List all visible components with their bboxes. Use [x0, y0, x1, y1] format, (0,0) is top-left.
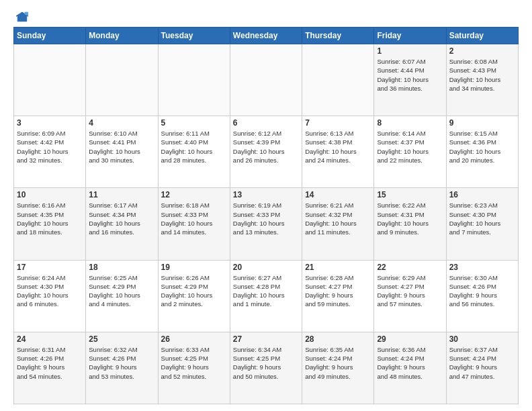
calendar-cell: 2Sunrise: 6:08 AM Sunset: 4:43 PM Daylig…: [446, 44, 518, 116]
day-number: 19: [161, 263, 227, 272]
day-info: Sunrise: 6:31 AM Sunset: 4:26 PM Dayligh…: [17, 345, 83, 381]
calendar-cell: 26Sunrise: 6:33 AM Sunset: 4:25 PM Dayli…: [158, 332, 230, 404]
day-info: Sunrise: 6:09 AM Sunset: 4:42 PM Dayligh…: [17, 129, 83, 165]
day-info: Sunrise: 6:13 AM Sunset: 4:38 PM Dayligh…: [305, 129, 371, 165]
calendar-week-1: 1Sunrise: 6:07 AM Sunset: 4:44 PM Daylig…: [14, 44, 519, 116]
day-info: Sunrise: 6:15 AM Sunset: 4:36 PM Dayligh…: [449, 129, 515, 165]
calendar-cell: 20Sunrise: 6:27 AM Sunset: 4:28 PM Dayli…: [230, 260, 302, 332]
day-info: Sunrise: 6:11 AM Sunset: 4:40 PM Dayligh…: [161, 129, 227, 165]
calendar-cell: [158, 44, 230, 116]
day-number: 29: [377, 334, 443, 344]
calendar-cell: 18Sunrise: 6:25 AM Sunset: 4:29 PM Dayli…: [86, 260, 158, 332]
calendar-cell: 13Sunrise: 6:19 AM Sunset: 4:33 PM Dayli…: [230, 188, 302, 260]
day-info: Sunrise: 6:25 AM Sunset: 4:29 PM Dayligh…: [89, 273, 154, 309]
calendar-cell: 10Sunrise: 6:16 AM Sunset: 4:35 PM Dayli…: [14, 188, 86, 260]
day-info: Sunrise: 6:29 AM Sunset: 4:27 PM Dayligh…: [377, 273, 443, 309]
day-number: 17: [17, 263, 83, 272]
calendar-cell: 21Sunrise: 6:28 AM Sunset: 4:27 PM Dayli…: [302, 260, 374, 332]
calendar-cell: 7Sunrise: 6:13 AM Sunset: 4:38 PM Daylig…: [302, 116, 374, 188]
calendar-cell: 3Sunrise: 6:09 AM Sunset: 4:42 PM Daylig…: [14, 116, 86, 188]
day-info: Sunrise: 6:35 AM Sunset: 4:24 PM Dayligh…: [305, 345, 371, 381]
day-info: Sunrise: 6:10 AM Sunset: 4:41 PM Dayligh…: [89, 129, 154, 165]
calendar-cell: 11Sunrise: 6:17 AM Sunset: 4:34 PM Dayli…: [86, 188, 158, 260]
day-number: 14: [305, 190, 371, 199]
calendar-cell: 30Sunrise: 6:37 AM Sunset: 4:24 PM Dayli…: [446, 332, 518, 404]
day-info: Sunrise: 6:18 AM Sunset: 4:33 PM Dayligh…: [161, 201, 227, 236]
weekday-header-friday: Friday: [374, 28, 446, 44]
day-number: 16: [449, 190, 515, 199]
day-info: Sunrise: 6:30 AM Sunset: 4:26 PM Dayligh…: [449, 273, 515, 309]
calendar-cell: 6Sunrise: 6:12 AM Sunset: 4:39 PM Daylig…: [230, 116, 302, 188]
calendar-cell: [86, 44, 158, 116]
day-number: 9: [449, 118, 515, 128]
day-number: 8: [377, 118, 443, 128]
day-info: Sunrise: 6:28 AM Sunset: 4:27 PM Dayligh…: [305, 273, 371, 309]
day-info: Sunrise: 6:26 AM Sunset: 4:29 PM Dayligh…: [161, 273, 227, 309]
day-info: Sunrise: 6:36 AM Sunset: 4:24 PM Dayligh…: [377, 345, 443, 381]
day-info: Sunrise: 6:12 AM Sunset: 4:39 PM Dayligh…: [233, 129, 299, 165]
day-number: 18: [89, 263, 154, 272]
day-number: 26: [161, 334, 227, 344]
day-number: 21: [305, 263, 371, 272]
calendar-cell: 1Sunrise: 6:07 AM Sunset: 4:44 PM Daylig…: [374, 44, 446, 116]
weekday-header-sunday: Sunday: [14, 28, 86, 44]
calendar-cell: 15Sunrise: 6:22 AM Sunset: 4:31 PM Dayli…: [374, 188, 446, 260]
day-number: 24: [17, 334, 83, 344]
day-number: 30: [449, 334, 515, 344]
day-number: 4: [89, 118, 154, 128]
day-number: 25: [89, 334, 154, 344]
calendar-cell: [230, 44, 302, 116]
day-info: Sunrise: 6:17 AM Sunset: 4:34 PM Dayligh…: [89, 201, 154, 236]
calendar-table: SundayMondayTuesdayWednesdayThursdayFrid…: [13, 27, 519, 404]
day-number: 12: [161, 190, 227, 199]
calendar-cell: 22Sunrise: 6:29 AM Sunset: 4:27 PM Dayli…: [374, 260, 446, 332]
page: SundayMondayTuesdayWednesdayThursdayFrid…: [0, 0, 532, 411]
calendar-cell: 19Sunrise: 6:26 AM Sunset: 4:29 PM Dayli…: [158, 260, 230, 332]
calendar-cell: 29Sunrise: 6:36 AM Sunset: 4:24 PM Dayli…: [374, 332, 446, 404]
day-number: 28: [305, 334, 371, 344]
weekday-header-tuesday: Tuesday: [158, 28, 230, 44]
day-number: 11: [89, 190, 154, 199]
calendar-cell: 23Sunrise: 6:30 AM Sunset: 4:26 PM Dayli…: [446, 260, 518, 332]
calendar-cell: 28Sunrise: 6:35 AM Sunset: 4:24 PM Dayli…: [302, 332, 374, 404]
header: [13, 11, 519, 23]
day-number: 3: [17, 118, 83, 128]
day-info: Sunrise: 6:22 AM Sunset: 4:31 PM Dayligh…: [377, 201, 443, 236]
calendar-cell: 12Sunrise: 6:18 AM Sunset: 4:33 PM Dayli…: [158, 188, 230, 260]
calendar-cell: [14, 44, 86, 116]
calendar-cell: 27Sunrise: 6:34 AM Sunset: 4:25 PM Dayli…: [230, 332, 302, 404]
day-info: Sunrise: 6:07 AM Sunset: 4:44 PM Dayligh…: [377, 57, 443, 93]
day-number: 10: [17, 190, 83, 199]
day-number: 23: [449, 263, 515, 272]
calendar-cell: 4Sunrise: 6:10 AM Sunset: 4:41 PM Daylig…: [86, 116, 158, 188]
weekday-header-thursday: Thursday: [302, 28, 374, 44]
calendar-cell: 24Sunrise: 6:31 AM Sunset: 4:26 PM Dayli…: [14, 332, 86, 404]
day-number: 27: [233, 334, 299, 344]
day-info: Sunrise: 6:19 AM Sunset: 4:33 PM Dayligh…: [233, 201, 299, 236]
day-info: Sunrise: 6:37 AM Sunset: 4:24 PM Dayligh…: [449, 345, 515, 381]
day-info: Sunrise: 6:32 AM Sunset: 4:26 PM Dayligh…: [89, 345, 154, 381]
day-number: 20: [233, 263, 299, 272]
calendar-cell: 25Sunrise: 6:32 AM Sunset: 4:26 PM Dayli…: [86, 332, 158, 404]
day-number: 15: [377, 190, 443, 199]
day-number: 6: [233, 118, 299, 128]
calendar-cell: [302, 44, 374, 116]
calendar-cell: 16Sunrise: 6:23 AM Sunset: 4:30 PM Dayli…: [446, 188, 518, 260]
day-info: Sunrise: 6:23 AM Sunset: 4:30 PM Dayligh…: [449, 201, 515, 236]
day-number: 7: [305, 118, 371, 128]
day-info: Sunrise: 6:21 AM Sunset: 4:32 PM Dayligh…: [305, 201, 371, 236]
day-info: Sunrise: 6:16 AM Sunset: 4:35 PM Dayligh…: [17, 201, 83, 236]
calendar-week-5: 24Sunrise: 6:31 AM Sunset: 4:26 PM Dayli…: [14, 332, 519, 404]
day-number: 13: [233, 190, 299, 199]
day-info: Sunrise: 6:08 AM Sunset: 4:43 PM Dayligh…: [449, 57, 515, 93]
calendar-cell: 8Sunrise: 6:14 AM Sunset: 4:37 PM Daylig…: [374, 116, 446, 188]
day-info: Sunrise: 6:14 AM Sunset: 4:37 PM Dayligh…: [377, 129, 443, 165]
calendar-week-2: 3Sunrise: 6:09 AM Sunset: 4:42 PM Daylig…: [14, 116, 519, 188]
day-info: Sunrise: 6:33 AM Sunset: 4:25 PM Dayligh…: [161, 345, 227, 381]
day-number: 2: [449, 46, 515, 56]
calendar-week-3: 10Sunrise: 6:16 AM Sunset: 4:35 PM Dayli…: [14, 188, 519, 260]
day-info: Sunrise: 6:24 AM Sunset: 4:30 PM Dayligh…: [17, 273, 83, 309]
logo-icon: [16, 11, 28, 23]
calendar-week-4: 17Sunrise: 6:24 AM Sunset: 4:30 PM Dayli…: [14, 260, 519, 332]
weekday-header-row: SundayMondayTuesdayWednesdayThursdayFrid…: [14, 28, 519, 44]
